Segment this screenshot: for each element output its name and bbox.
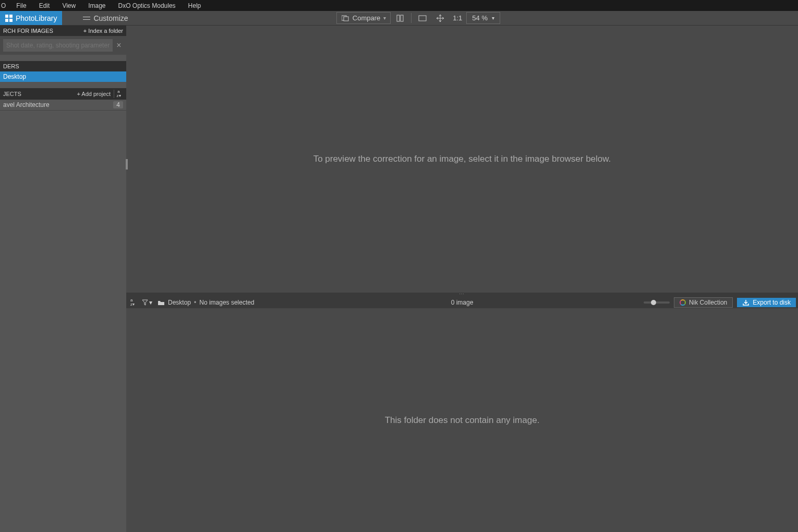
side-by-side-button[interactable] — [392, 12, 408, 24]
browser-empty-text: This folder does not contain any image. — [385, 415, 540, 426]
menu-file[interactable]: File — [10, 2, 32, 9]
preview-empty-text: To preview the correction for an image, … — [313, 154, 611, 164]
project-item-count: 4 — [113, 101, 123, 108]
folders-section-header: DERS — [0, 61, 126, 71]
compare-icon — [341, 14, 349, 22]
thumbnail-size-slider[interactable] — [644, 301, 670, 304]
selection-status: No images selected — [199, 299, 254, 306]
nik-label: Nik Collection — [689, 299, 727, 306]
move-button[interactable] — [432, 12, 449, 24]
search-input[interactable] — [3, 39, 113, 52]
clear-search-button[interactable]: × — [115, 41, 123, 50]
menu-image[interactable]: Image — [82, 2, 112, 9]
browser-sort-button[interactable]: az▾ — [128, 298, 137, 307]
image-browser: This folder does not contain any image. — [126, 308, 798, 532]
add-project-button[interactable]: + Add project — [74, 91, 114, 97]
nik-ring-icon — [680, 299, 686, 306]
svg-rect-1 — [344, 17, 348, 21]
preview-panel: To preview the correction for an image, … — [126, 26, 798, 293]
fit-icon — [418, 14, 427, 22]
dropdown-icon[interactable]: ▾ — [383, 15, 386, 21]
app-logo: O — [0, 2, 10, 9]
sidebar-splitter[interactable] — [126, 159, 128, 170]
chevron-down-icon: ▾ — [492, 15, 494, 21]
svg-rect-3 — [401, 15, 403, 21]
index-folder-button[interactable]: + Index a folder — [83, 28, 123, 34]
folder-icon — [158, 300, 165, 306]
menu-bar: O File Edit View Image DxO Optics Module… — [0, 0, 798, 11]
svg-rect-4 — [419, 16, 426, 21]
move-icon — [436, 14, 444, 22]
tab-photolibrary-label: PhotoLibrary — [16, 14, 57, 22]
grid-icon — [5, 15, 13, 22]
compare-label: Compare — [353, 14, 380, 22]
separator-bullet: • — [194, 299, 196, 306]
export-label: Export to disk — [753, 299, 791, 306]
tab-customize[interactable]: Customize — [78, 11, 133, 25]
folder-item-desktop[interactable]: Desktop — [0, 71, 126, 82]
nik-collection-button[interactable]: Nik Collection — [674, 297, 733, 308]
export-to-disk-button[interactable]: Export to disk — [737, 298, 796, 307]
folders-section-title: DERS — [3, 63, 19, 69]
image-count: 0 image — [451, 299, 474, 306]
sliders-icon — [83, 15, 90, 22]
toolbar: PhotoLibrary Customize Compare ▾ 1:1 54 … — [0, 11, 798, 26]
export-icon — [742, 299, 749, 306]
svg-rect-2 — [397, 15, 400, 21]
project-item-name: avel Architecture — [3, 101, 113, 108]
browser-location[interactable]: Desktop — [168, 299, 191, 306]
menu-optics[interactable]: DxO Optics Modules — [112, 2, 182, 9]
projects-section-header: JECTS + Add project az▾ — [0, 88, 126, 100]
content-area: To preview the correction for an image, … — [126, 26, 798, 532]
panel-drag-handle[interactable]: ⋯ — [126, 293, 798, 297]
search-section-title: RCH FOR IMAGES — [3, 28, 53, 34]
folder-item-label: Desktop — [3, 73, 26, 80]
projects-sort-button[interactable]: az▾ — [114, 90, 123, 98]
sidebar: RCH FOR IMAGES + Index a folder × DERS D… — [0, 26, 126, 532]
zoom-value: 54 % — [472, 14, 488, 22]
funnel-icon — [142, 299, 148, 306]
zoom-1to1-label: 1:1 — [453, 14, 462, 22]
compare-button[interactable]: Compare ▾ — [336, 12, 391, 24]
tab-customize-label: Customize — [93, 14, 128, 22]
menu-help[interactable]: Help — [182, 2, 208, 9]
menu-edit[interactable]: Edit — [33, 2, 56, 9]
browser-filter-button[interactable]: ▾ — [140, 299, 154, 306]
menu-view[interactable]: View — [56, 2, 82, 9]
search-section-header: RCH FOR IMAGES + Index a folder — [0, 26, 126, 36]
zoom-1to1-button[interactable]: 1:1 — [450, 12, 465, 24]
zoom-dropdown[interactable]: 54 % ▾ — [466, 12, 500, 24]
browser-toolbar: az▾ ▾ Desktop • No images selected 0 ima… — [126, 297, 798, 308]
fit-button[interactable] — [414, 12, 431, 24]
tab-photolibrary[interactable]: PhotoLibrary — [0, 11, 62, 25]
split-view-icon — [396, 14, 404, 22]
project-item[interactable]: avel Architecture 4 — [0, 100, 126, 111]
projects-section-title: JECTS — [3, 91, 74, 97]
